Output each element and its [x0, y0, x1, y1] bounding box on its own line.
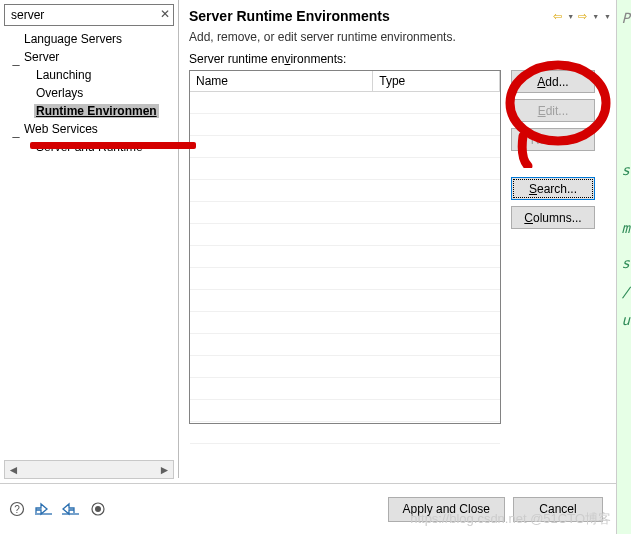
annotation-underline	[30, 142, 196, 149]
table-row	[190, 378, 500, 400]
table-label: Server runtime environments:	[189, 52, 617, 66]
table-row	[190, 202, 500, 224]
tree-item[interactable]: Web Services	[4, 120, 174, 138]
column-name[interactable]: Name	[190, 71, 373, 92]
table-row	[190, 136, 500, 158]
clear-icon[interactable]: ✕	[160, 7, 170, 21]
apply-close-button[interactable]: Apply and Close	[388, 497, 505, 522]
table-row	[190, 180, 500, 202]
cancel-button[interactable]: Cancel	[513, 497, 603, 522]
column-type[interactable]: Type	[373, 71, 500, 92]
table-row	[190, 158, 500, 180]
tree-item[interactable]: Language Servers	[4, 30, 174, 48]
page-title: Server Runtime Environments	[189, 8, 390, 24]
record-icon[interactable]	[89, 501, 106, 518]
table-row	[190, 268, 500, 290]
table-row	[190, 334, 500, 356]
import-icon[interactable]	[35, 501, 52, 518]
back-icon[interactable]: ⇦	[553, 10, 562, 23]
search-box[interactable]: ✕	[4, 4, 174, 26]
tree-item[interactable]: Overlays	[4, 84, 174, 102]
table-row	[190, 224, 500, 246]
editor-gutter: Psms/u	[616, 0, 631, 534]
columns-button[interactable]: Columns...	[511, 206, 595, 229]
scroll-left-icon[interactable]: ◄	[5, 462, 22, 477]
table-row	[190, 312, 500, 334]
table-row	[190, 246, 500, 268]
scroll-right-icon[interactable]: ►	[156, 462, 173, 477]
table-row	[190, 422, 500, 444]
forward-icon[interactable]: ⇨	[578, 10, 587, 23]
table-row	[190, 114, 500, 136]
preferences-tree[interactable]: Language ServersServerLaunchingOverlaysR…	[4, 26, 174, 460]
add-button[interactable]: Add...	[511, 70, 595, 93]
export-icon[interactable]	[62, 501, 79, 518]
runtime-table[interactable]: Name Type	[189, 70, 501, 424]
tree-item[interactable]: Launching	[4, 66, 174, 84]
nav-history[interactable]: ⇦▼ ⇨▼ ▼	[553, 10, 611, 23]
table-row	[190, 356, 500, 378]
tree-item[interactable]: Runtime Environmen	[4, 102, 174, 120]
table-row	[190, 290, 500, 312]
search-input[interactable]	[9, 7, 155, 23]
edit-button: Edit...	[511, 99, 595, 122]
search-button[interactable]: Search...	[511, 177, 595, 200]
table-row	[190, 400, 500, 422]
tree-item[interactable]: Server	[4, 48, 174, 66]
horizontal-scrollbar[interactable]: ◄ ►	[4, 460, 174, 479]
page-description: Add, remove, or edit server runtime envi…	[189, 30, 617, 44]
svg-point-3	[95, 506, 101, 512]
table-row	[190, 92, 500, 114]
remove-button: Remove	[511, 128, 595, 151]
svg-text:?: ?	[14, 504, 20, 515]
help-icon[interactable]: ?	[8, 501, 25, 518]
